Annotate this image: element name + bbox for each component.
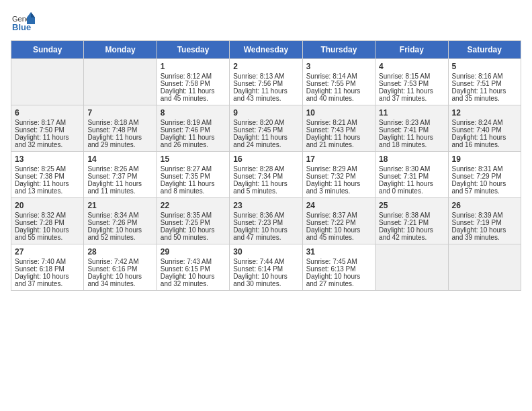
day-number: 30 <box>233 247 298 257</box>
calendar-cell: 23Sunrise: 8:36 AMSunset: 7:23 PMDayligh… <box>230 198 302 244</box>
calendar-cell: 30Sunrise: 7:44 AMSunset: 6:14 PMDayligh… <box>230 244 302 291</box>
calendar-cell: 22Sunrise: 8:35 AMSunset: 7:25 PMDayligh… <box>157 198 229 244</box>
sunrise-text: Sunrise: 8:39 AM <box>452 212 503 219</box>
sunset-text: Sunset: 6:18 PM <box>15 265 64 273</box>
day-header-monday: Monday <box>84 41 157 59</box>
daylight-text: Daylight: 10 hours and 37 minutes. <box>15 273 69 287</box>
sunset-text: Sunset: 7:21 PM <box>379 219 429 226</box>
daylight-text: Daylight: 11 hours and 45 minutes. <box>161 87 215 102</box>
calendar-cell: 15Sunrise: 8:27 AMSunset: 7:35 PMDayligh… <box>157 152 229 198</box>
sunset-text: Sunset: 7:41 PM <box>379 126 429 134</box>
day-number: 29 <box>161 247 226 257</box>
sunrise-text: Sunrise: 8:15 AM <box>379 73 430 80</box>
daylight-text: Daylight: 10 hours and 32 minutes. <box>161 273 215 287</box>
day-number: 12 <box>452 108 517 118</box>
day-number: 27 <box>15 247 80 257</box>
daylight-text: Daylight: 11 hours and 35 minutes. <box>452 87 506 102</box>
day-number: 31 <box>306 247 371 257</box>
calendar-cell: 24Sunrise: 8:37 AMSunset: 7:22 PMDayligh… <box>302 198 375 244</box>
day-number: 22 <box>161 201 226 210</box>
sunrise-text: Sunrise: 8:37 AM <box>306 212 357 219</box>
day-number: 28 <box>87 247 152 257</box>
calendar-cell: 3Sunrise: 8:14 AMSunset: 7:55 PMDaylight… <box>302 59 375 105</box>
calendar-cell: 6Sunrise: 8:17 AMSunset: 7:50 PMDaylight… <box>11 105 84 152</box>
calendar-cell: 26Sunrise: 8:39 AMSunset: 7:19 PMDayligh… <box>448 198 521 244</box>
day-number: 14 <box>87 154 152 164</box>
calendar-cell: 7Sunrise: 8:18 AMSunset: 7:48 PMDaylight… <box>84 105 157 152</box>
day-number: 17 <box>306 154 371 164</box>
sunset-text: Sunset: 7:28 PM <box>15 219 64 226</box>
sunrise-text: Sunrise: 7:40 AM <box>15 258 66 265</box>
calendar-cell: 13Sunrise: 8:25 AMSunset: 7:38 PMDayligh… <box>11 152 84 198</box>
logo: General Blue <box>11 11 35 35</box>
day-number: 1 <box>161 62 226 71</box>
sunset-text: Sunset: 7:26 PM <box>87 219 137 226</box>
sunrise-text: Sunrise: 8:24 AM <box>452 119 503 126</box>
sunset-text: Sunset: 7:55 PM <box>306 80 356 87</box>
day-number: 6 <box>15 108 80 118</box>
calendar-cell: 14Sunrise: 8:26 AMSunset: 7:37 PMDayligh… <box>84 152 157 198</box>
daylight-text: Daylight: 11 hours and 37 minutes. <box>379 87 433 102</box>
sunrise-text: Sunrise: 8:36 AM <box>233 212 284 219</box>
daylight-text: Daylight: 10 hours and 42 minutes. <box>379 226 433 241</box>
page-header: General Blue <box>11 11 521 35</box>
calendar-header: SundayMondayTuesdayWednesdayThursdayFrid… <box>11 41 521 59</box>
sunrise-text: Sunrise: 8:21 AM <box>306 119 357 126</box>
calendar-cell <box>375 244 448 291</box>
sunset-text: Sunset: 7:37 PM <box>87 173 137 180</box>
calendar-cell: 17Sunrise: 8:29 AMSunset: 7:32 PMDayligh… <box>302 152 375 198</box>
daylight-text: Daylight: 10 hours and 52 minutes. <box>87 226 142 241</box>
daylight-text: Daylight: 11 hours and 18 minutes. <box>379 134 433 148</box>
calendar-cell: 29Sunrise: 7:43 AMSunset: 6:15 PMDayligh… <box>157 244 229 291</box>
sunrise-text: Sunrise: 8:30 AM <box>379 165 430 173</box>
calendar-cell: 16Sunrise: 8:28 AMSunset: 7:34 PMDayligh… <box>230 152 302 198</box>
sunset-text: Sunset: 7:46 PM <box>161 126 210 134</box>
sunset-text: Sunset: 7:19 PM <box>452 219 502 226</box>
daylight-text: Daylight: 10 hours and 27 minutes. <box>306 273 361 287</box>
calendar-cell: 12Sunrise: 8:24 AMSunset: 7:40 PMDayligh… <box>448 105 521 152</box>
sunset-text: Sunset: 7:34 PM <box>233 173 283 180</box>
sunrise-text: Sunrise: 8:28 AM <box>233 165 284 173</box>
sunset-text: Sunset: 7:32 PM <box>306 173 356 180</box>
daylight-text: Daylight: 10 hours and 39 minutes. <box>452 226 506 241</box>
sunrise-text: Sunrise: 8:34 AM <box>87 212 138 219</box>
logo-icon: General Blue <box>11 11 35 35</box>
day-number: 4 <box>379 62 444 71</box>
daylight-text: Daylight: 10 hours and 45 minutes. <box>306 226 361 241</box>
daylight-text: Daylight: 11 hours and 3 minutes. <box>306 180 361 195</box>
day-number: 19 <box>452 154 517 164</box>
daylight-text: Daylight: 10 hours and 57 minutes. <box>452 180 506 195</box>
daylight-text: Daylight: 11 hours and 26 minutes. <box>161 134 215 148</box>
sunset-text: Sunset: 7:43 PM <box>306 126 356 134</box>
day-header-friday: Friday <box>375 41 448 59</box>
daylight-text: Daylight: 11 hours and 24 minutes. <box>233 134 287 148</box>
calendar-cell: 9Sunrise: 8:20 AMSunset: 7:45 PMDaylight… <box>230 105 302 152</box>
calendar-cell: 31Sunrise: 7:45 AMSunset: 6:13 PMDayligh… <box>302 244 375 291</box>
day-number: 18 <box>379 154 444 164</box>
sunset-text: Sunset: 7:35 PM <box>161 173 210 180</box>
sunset-text: Sunset: 6:14 PM <box>233 265 283 273</box>
calendar-week-3: 20Sunrise: 8:32 AMSunset: 7:28 PMDayligh… <box>11 198 521 244</box>
daylight-text: Daylight: 10 hours and 34 minutes. <box>87 273 142 287</box>
header-row: SundayMondayTuesdayWednesdayThursdayFrid… <box>11 41 521 59</box>
sunset-text: Sunset: 7:53 PM <box>379 80 429 87</box>
calendar-week-1: 6Sunrise: 8:17 AMSunset: 7:50 PMDaylight… <box>11 105 521 152</box>
calendar-table: SundayMondayTuesdayWednesdayThursdayFrid… <box>11 40 521 291</box>
daylight-text: Daylight: 11 hours and 11 minutes. <box>87 180 142 195</box>
day-number: 20 <box>15 201 80 210</box>
sunrise-text: Sunrise: 8:13 AM <box>233 73 284 80</box>
day-header-sunday: Sunday <box>11 41 84 59</box>
sunrise-text: Sunrise: 8:27 AM <box>161 165 212 173</box>
calendar-cell <box>84 59 157 105</box>
day-number: 23 <box>233 201 298 210</box>
calendar-cell: 1Sunrise: 8:12 AMSunset: 7:58 PMDaylight… <box>157 59 229 105</box>
daylight-text: Daylight: 10 hours and 55 minutes. <box>15 226 69 241</box>
sunrise-text: Sunrise: 8:25 AM <box>15 165 66 173</box>
sunset-text: Sunset: 7:50 PM <box>15 126 64 134</box>
day-number: 8 <box>161 108 226 118</box>
sunset-text: Sunset: 7:38 PM <box>15 173 64 180</box>
calendar-week-0: 1Sunrise: 8:12 AMSunset: 7:58 PMDaylight… <box>11 59 521 105</box>
sunrise-text: Sunrise: 7:44 AM <box>233 258 284 265</box>
day-number: 13 <box>15 154 80 164</box>
calendar-cell <box>448 244 521 291</box>
